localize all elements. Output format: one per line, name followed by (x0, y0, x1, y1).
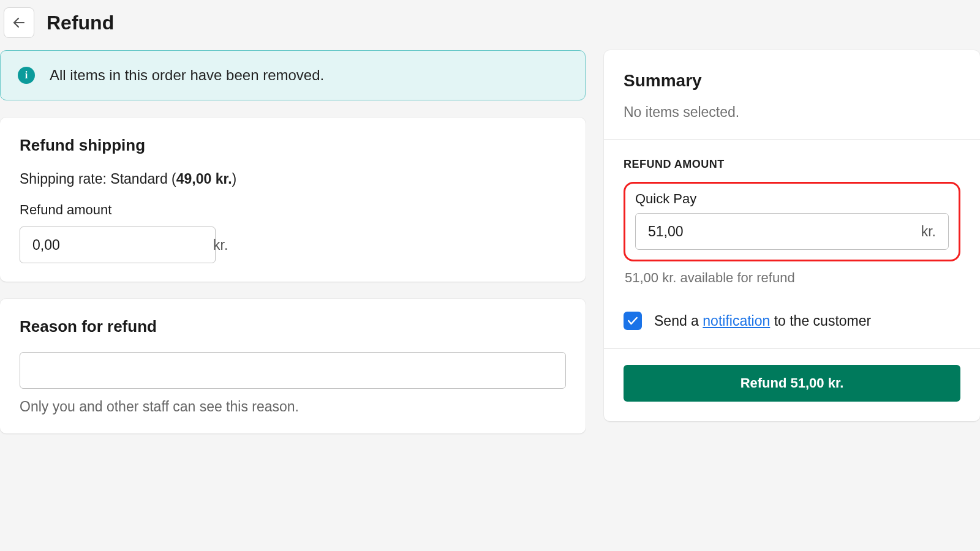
refund-shipping-card: Refund shipping Shipping rate: Standard … (0, 118, 586, 282)
page-title: Refund (47, 12, 114, 34)
notify-suffix: to the customer (770, 313, 871, 329)
arrow-left-icon (12, 15, 26, 30)
shipping-refund-amount-input[interactable] (32, 237, 213, 253)
reason-card: Reason for refund Only you and other sta… (0, 299, 586, 433)
notification-link[interactable]: notification (703, 313, 770, 329)
shipping-rate-price: 49,00 kr. (176, 171, 232, 187)
info-banner: i All items in this order have been remo… (0, 50, 586, 100)
refund-amount-heading: REFUND AMOUNT (624, 158, 960, 171)
summary-title: Summary (624, 71, 960, 91)
available-text: 51,00 kr. available for refund (625, 270, 959, 286)
back-button[interactable] (4, 7, 34, 38)
notify-checkbox[interactable] (624, 312, 642, 330)
reason-title: Reason for refund (20, 317, 566, 336)
notify-prefix: Send a (654, 313, 703, 329)
gateway-label: Quick Pay (635, 191, 949, 207)
check-icon (627, 315, 639, 327)
reason-input-wrap[interactable] (20, 352, 566, 389)
info-icon: i (18, 67, 35, 84)
summary-empty-text: No items selected. (624, 104, 960, 121)
notify-text: Send a notification to the customer (654, 313, 871, 329)
shipping-rate-line: Shipping rate: Standard (49,00 kr.) (20, 171, 566, 187)
banner-text: All items in this order have been remove… (50, 67, 324, 84)
summary-card: Summary No items selected. REFUND AMOUNT… (604, 50, 980, 421)
reason-input[interactable] (32, 362, 553, 379)
shipping-refund-input-wrap[interactable]: kr. (20, 227, 216, 263)
reason-hint: Only you and other staff can see this re… (20, 399, 566, 415)
refund-amount-input[interactable] (648, 223, 921, 240)
refund-amount-input-wrap[interactable]: kr. (635, 213, 949, 250)
page-header: Refund (0, 7, 980, 50)
currency-suffix: kr. (921, 223, 936, 240)
shipping-rate-prefix: Shipping rate: Standard ( (20, 171, 176, 187)
shipping-rate-suffix: ) (232, 171, 237, 187)
refund-shipping-title: Refund shipping (20, 136, 566, 155)
quickpay-highlight: Quick Pay kr. (624, 182, 960, 261)
refund-amount-label: Refund amount (20, 202, 566, 218)
currency-suffix: kr. (213, 237, 228, 253)
refund-button[interactable]: Refund 51,00 kr. (624, 365, 960, 402)
